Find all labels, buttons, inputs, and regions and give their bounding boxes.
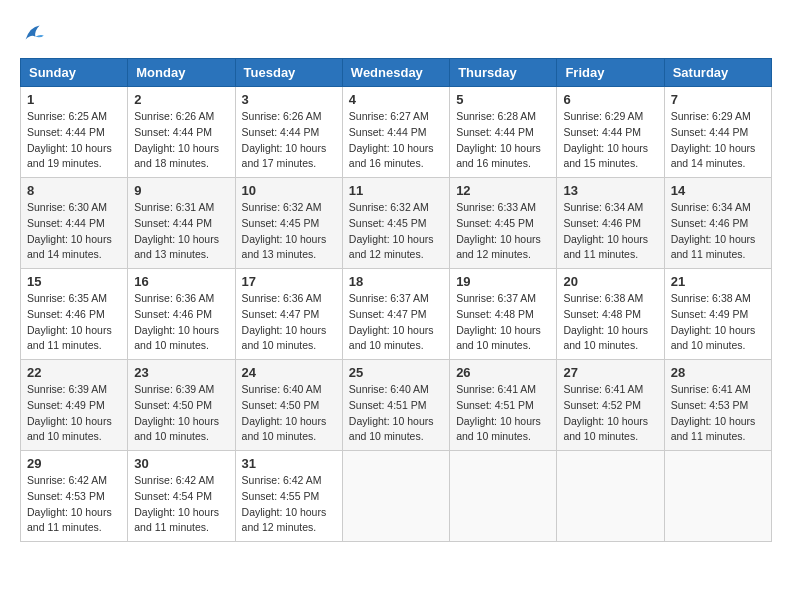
day-number: 9 [134, 183, 228, 198]
header-day-friday: Friday [557, 59, 664, 87]
calendar-cell: 28 Sunrise: 6:41 AM Sunset: 4:53 PM Dayl… [664, 360, 771, 451]
calendar-cell: 22 Sunrise: 6:39 AM Sunset: 4:49 PM Dayl… [21, 360, 128, 451]
calendar-week-1: 1 Sunrise: 6:25 AM Sunset: 4:44 PM Dayli… [21, 87, 772, 178]
day-info: Sunrise: 6:42 AM Sunset: 4:54 PM Dayligh… [134, 473, 228, 536]
day-number: 21 [671, 274, 765, 289]
calendar-cell [450, 451, 557, 542]
day-info: Sunrise: 6:41 AM Sunset: 4:53 PM Dayligh… [671, 382, 765, 445]
day-info: Sunrise: 6:39 AM Sunset: 4:49 PM Dayligh… [27, 382, 121, 445]
day-number: 10 [242, 183, 336, 198]
day-info: Sunrise: 6:42 AM Sunset: 4:55 PM Dayligh… [242, 473, 336, 536]
calendar-cell: 16 Sunrise: 6:36 AM Sunset: 4:46 PM Dayl… [128, 269, 235, 360]
day-number: 25 [349, 365, 443, 380]
calendar-cell [664, 451, 771, 542]
calendar-cell: 23 Sunrise: 6:39 AM Sunset: 4:50 PM Dayl… [128, 360, 235, 451]
day-info: Sunrise: 6:28 AM Sunset: 4:44 PM Dayligh… [456, 109, 550, 172]
day-number: 30 [134, 456, 228, 471]
day-info: Sunrise: 6:26 AM Sunset: 4:44 PM Dayligh… [242, 109, 336, 172]
calendar-cell: 24 Sunrise: 6:40 AM Sunset: 4:50 PM Dayl… [235, 360, 342, 451]
day-info: Sunrise: 6:41 AM Sunset: 4:51 PM Dayligh… [456, 382, 550, 445]
calendar-cell [342, 451, 449, 542]
day-info: Sunrise: 6:25 AM Sunset: 4:44 PM Dayligh… [27, 109, 121, 172]
day-number: 24 [242, 365, 336, 380]
day-number: 26 [456, 365, 550, 380]
calendar-week-5: 29 Sunrise: 6:42 AM Sunset: 4:53 PM Dayl… [21, 451, 772, 542]
day-info: Sunrise: 6:37 AM Sunset: 4:47 PM Dayligh… [349, 291, 443, 354]
calendar-cell: 12 Sunrise: 6:33 AM Sunset: 4:45 PM Dayl… [450, 178, 557, 269]
header [20, 20, 772, 48]
calendar-cell: 13 Sunrise: 6:34 AM Sunset: 4:46 PM Dayl… [557, 178, 664, 269]
day-number: 31 [242, 456, 336, 471]
calendar-cell: 26 Sunrise: 6:41 AM Sunset: 4:51 PM Dayl… [450, 360, 557, 451]
header-day-saturday: Saturday [664, 59, 771, 87]
day-info: Sunrise: 6:31 AM Sunset: 4:44 PM Dayligh… [134, 200, 228, 263]
calendar-table: SundayMondayTuesdayWednesdayThursdayFrid… [20, 58, 772, 542]
calendar-cell: 1 Sunrise: 6:25 AM Sunset: 4:44 PM Dayli… [21, 87, 128, 178]
day-info: Sunrise: 6:36 AM Sunset: 4:46 PM Dayligh… [134, 291, 228, 354]
day-info: Sunrise: 6:38 AM Sunset: 4:49 PM Dayligh… [671, 291, 765, 354]
day-number: 14 [671, 183, 765, 198]
day-number: 11 [349, 183, 443, 198]
day-number: 20 [563, 274, 657, 289]
calendar-cell: 21 Sunrise: 6:38 AM Sunset: 4:49 PM Dayl… [664, 269, 771, 360]
calendar-cell: 30 Sunrise: 6:42 AM Sunset: 4:54 PM Dayl… [128, 451, 235, 542]
day-number: 16 [134, 274, 228, 289]
day-info: Sunrise: 6:29 AM Sunset: 4:44 PM Dayligh… [671, 109, 765, 172]
header-day-sunday: Sunday [21, 59, 128, 87]
calendar-week-2: 8 Sunrise: 6:30 AM Sunset: 4:44 PM Dayli… [21, 178, 772, 269]
day-info: Sunrise: 6:40 AM Sunset: 4:50 PM Dayligh… [242, 382, 336, 445]
calendar-cell: 8 Sunrise: 6:30 AM Sunset: 4:44 PM Dayli… [21, 178, 128, 269]
day-info: Sunrise: 6:39 AM Sunset: 4:50 PM Dayligh… [134, 382, 228, 445]
calendar-cell: 10 Sunrise: 6:32 AM Sunset: 4:45 PM Dayl… [235, 178, 342, 269]
header-day-wednesday: Wednesday [342, 59, 449, 87]
day-number: 18 [349, 274, 443, 289]
day-info: Sunrise: 6:36 AM Sunset: 4:47 PM Dayligh… [242, 291, 336, 354]
calendar-cell: 11 Sunrise: 6:32 AM Sunset: 4:45 PM Dayl… [342, 178, 449, 269]
calendar-cell [557, 451, 664, 542]
calendar-cell: 4 Sunrise: 6:27 AM Sunset: 4:44 PM Dayli… [342, 87, 449, 178]
calendar-cell: 6 Sunrise: 6:29 AM Sunset: 4:44 PM Dayli… [557, 87, 664, 178]
day-number: 7 [671, 92, 765, 107]
calendar-cell: 5 Sunrise: 6:28 AM Sunset: 4:44 PM Dayli… [450, 87, 557, 178]
day-info: Sunrise: 6:34 AM Sunset: 4:46 PM Dayligh… [671, 200, 765, 263]
day-number: 19 [456, 274, 550, 289]
calendar-cell: 27 Sunrise: 6:41 AM Sunset: 4:52 PM Dayl… [557, 360, 664, 451]
day-number: 22 [27, 365, 121, 380]
header-day-monday: Monday [128, 59, 235, 87]
day-info: Sunrise: 6:38 AM Sunset: 4:48 PM Dayligh… [563, 291, 657, 354]
calendar-cell: 19 Sunrise: 6:37 AM Sunset: 4:48 PM Dayl… [450, 269, 557, 360]
day-info: Sunrise: 6:32 AM Sunset: 4:45 PM Dayligh… [349, 200, 443, 263]
day-info: Sunrise: 6:41 AM Sunset: 4:52 PM Dayligh… [563, 382, 657, 445]
calendar-cell: 7 Sunrise: 6:29 AM Sunset: 4:44 PM Dayli… [664, 87, 771, 178]
day-number: 4 [349, 92, 443, 107]
day-number: 6 [563, 92, 657, 107]
day-number: 5 [456, 92, 550, 107]
day-info: Sunrise: 6:33 AM Sunset: 4:45 PM Dayligh… [456, 200, 550, 263]
header-day-tuesday: Tuesday [235, 59, 342, 87]
day-number: 23 [134, 365, 228, 380]
calendar-cell: 18 Sunrise: 6:37 AM Sunset: 4:47 PM Dayl… [342, 269, 449, 360]
calendar-cell: 9 Sunrise: 6:31 AM Sunset: 4:44 PM Dayli… [128, 178, 235, 269]
calendar-cell: 31 Sunrise: 6:42 AM Sunset: 4:55 PM Dayl… [235, 451, 342, 542]
day-number: 8 [27, 183, 121, 198]
day-info: Sunrise: 6:35 AM Sunset: 4:46 PM Dayligh… [27, 291, 121, 354]
day-info: Sunrise: 6:34 AM Sunset: 4:46 PM Dayligh… [563, 200, 657, 263]
day-info: Sunrise: 6:27 AM Sunset: 4:44 PM Dayligh… [349, 109, 443, 172]
calendar-cell: 20 Sunrise: 6:38 AM Sunset: 4:48 PM Dayl… [557, 269, 664, 360]
day-info: Sunrise: 6:37 AM Sunset: 4:48 PM Dayligh… [456, 291, 550, 354]
day-number: 29 [27, 456, 121, 471]
header-day-thursday: Thursday [450, 59, 557, 87]
calendar-header-row: SundayMondayTuesdayWednesdayThursdayFrid… [21, 59, 772, 87]
day-number: 2 [134, 92, 228, 107]
day-info: Sunrise: 6:42 AM Sunset: 4:53 PM Dayligh… [27, 473, 121, 536]
calendar-cell: 25 Sunrise: 6:40 AM Sunset: 4:51 PM Dayl… [342, 360, 449, 451]
calendar-cell: 3 Sunrise: 6:26 AM Sunset: 4:44 PM Dayli… [235, 87, 342, 178]
day-info: Sunrise: 6:40 AM Sunset: 4:51 PM Dayligh… [349, 382, 443, 445]
day-number: 27 [563, 365, 657, 380]
logo-icon [20, 20, 48, 48]
day-number: 1 [27, 92, 121, 107]
day-number: 13 [563, 183, 657, 198]
day-number: 17 [242, 274, 336, 289]
calendar-cell: 29 Sunrise: 6:42 AM Sunset: 4:53 PM Dayl… [21, 451, 128, 542]
calendar-cell: 2 Sunrise: 6:26 AM Sunset: 4:44 PM Dayli… [128, 87, 235, 178]
